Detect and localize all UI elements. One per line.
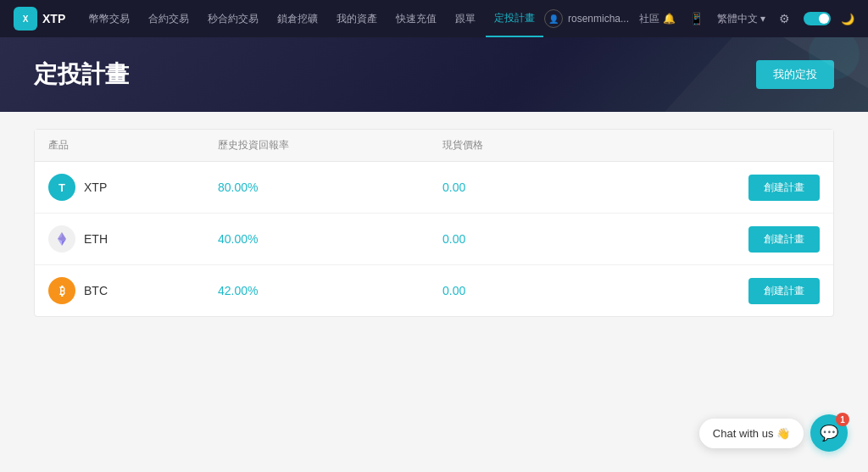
coin-icon-xtp: T (48, 174, 75, 201)
logo[interactable]: X XTP (14, 7, 65, 31)
chat-icon: 💬 (820, 424, 838, 442)
investment-table: 產品 歷史投資回報率 現貨價格 T XTP 80.00% 0.00 創建計畫 E… (34, 129, 834, 317)
nav-community[interactable]: 社區 🔔 (639, 12, 676, 26)
nav-items: 幣幣交易 合約交易 秒合約交易 鎖倉挖礦 我的資產 快速充值 跟單 定投計畫 (81, 0, 544, 37)
coin-cell-eth: ETH (48, 225, 218, 253)
table-row: T XTP 80.00% 0.00 創建計畫 (35, 162, 833, 214)
nav-item-quick-recharge[interactable]: 快速充值 (387, 0, 445, 37)
price-cell-btc: 0.00 (442, 284, 667, 297)
chevron-down-icon: ▾ (760, 13, 765, 25)
table-header: 產品 歷史投資回報率 現貨價格 (35, 130, 833, 162)
coin-icon-eth (48, 225, 75, 253)
price-cell-eth: 0.00 (442, 232, 667, 246)
nav-item-second-contract[interactable]: 秒合約交易 (199, 0, 267, 37)
page-title: 定投計畫 (34, 58, 129, 91)
coin-name-xtp: XTP (84, 180, 107, 194)
rate-cell-btc: 42.00% (218, 284, 442, 297)
coin-cell-btc: ₿ BTC (48, 277, 218, 304)
page-header: 定投計畫 我的定投 (0, 37, 868, 112)
nav-user[interactable]: 👤 rosenmicha... (544, 9, 629, 28)
community-label: 社區 (639, 12, 659, 26)
chat-bubble[interactable]: Chat with us 👋 (699, 419, 804, 448)
create-plan-button-xtp[interactable]: 創建計畫 (748, 175, 820, 201)
nav-username: rosenmicha... (568, 13, 629, 25)
settings-icon[interactable]: ⚙ (776, 12, 793, 25)
my-investment-button[interactable]: 我的定投 (756, 60, 834, 89)
nav-item-lock-mining[interactable]: 鎖倉挖礦 (269, 0, 326, 37)
phone-icon[interactable]: 📱 (686, 12, 707, 25)
coin-icon-btc: ₿ (48, 277, 75, 304)
language-label: 繁體中文 (717, 12, 758, 26)
col-header-rate: 歷史投資回報率 (218, 138, 442, 153)
col-header-action (667, 138, 820, 153)
navbar: X XTP 幣幣交易 合約交易 秒合約交易 鎖倉挖礦 我的資產 快速充值 跟單 … (0, 0, 868, 37)
logo-text: XTP (42, 12, 65, 25)
coin-name-eth: ETH (84, 232, 108, 246)
chat-open-button[interactable]: 💬 1 (810, 414, 848, 452)
nav-item-spot-trade[interactable]: 幣幣交易 (81, 0, 138, 37)
dark-mode-icon[interactable]: 🌙 (841, 13, 854, 25)
nav-item-dca-plan[interactable]: 定投計畫 (486, 0, 543, 37)
coin-cell-xtp: T XTP (48, 174, 218, 201)
coin-name-btc: BTC (84, 284, 108, 297)
nav-right: 👤 rosenmicha... 社區 🔔 📱 繁體中文 ▾ ⚙ 🌙 (544, 9, 854, 28)
create-plan-button-btc[interactable]: 創建計畫 (748, 278, 820, 304)
table-row: ETH 40.00% 0.00 創建計畫 (35, 214, 833, 265)
user-avatar-icon: 👤 (544, 9, 563, 28)
price-cell-xtp: 0.00 (442, 180, 667, 194)
chat-notification-badge: 1 (836, 413, 849, 426)
nav-item-my-assets[interactable]: 我的資產 (328, 0, 386, 37)
nav-item-contract-trade[interactable]: 合約交易 (140, 0, 198, 37)
theme-toggle[interactable] (804, 12, 831, 25)
col-header-product: 產品 (48, 138, 218, 153)
logo-icon: X (14, 7, 37, 31)
community-wave-icon: 🔔 (663, 13, 676, 25)
svg-text:X: X (23, 14, 29, 24)
language-selector[interactable]: 繁體中文 ▾ (717, 12, 765, 26)
table-row: ₿ BTC 42.00% 0.00 創建計畫 (35, 265, 833, 316)
rate-cell-eth: 40.00% (218, 232, 442, 246)
chat-bubble-text: Chat with us 👋 (713, 427, 790, 440)
rate-cell-xtp: 80.00% (218, 180, 442, 194)
create-plan-button-eth[interactable]: 創建計畫 (748, 226, 820, 253)
nav-item-follow[interactable]: 跟單 (447, 0, 484, 37)
chat-widget: Chat with us 👋 💬 1 (699, 414, 848, 452)
col-header-price: 現貨價格 (442, 138, 667, 153)
